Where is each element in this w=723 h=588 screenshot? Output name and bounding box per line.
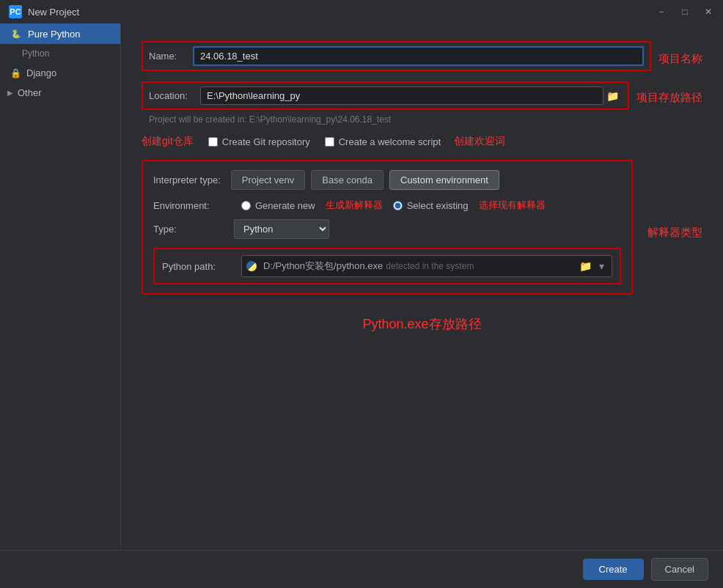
titlebar: PC New Project − □ ✕ [0, 0, 723, 23]
radio-group: Generate new 生成新解释器 Select existing 选择现有… [241, 199, 546, 212]
python-path-value: D:/Python安装包/python.exe detected in the … [263, 260, 572, 273]
location-field-wrapper: Location: 📁 [142, 81, 629, 110]
generate-new-radio[interactable] [241, 201, 251, 210]
welcome-annotation: 创建欢迎词 [454, 135, 505, 148]
interpreter-type-annotation: 解释器类型 [647, 226, 702, 240]
close-button[interactable]: ✕ [702, 7, 714, 17]
chevron-right-icon: ▶ [7, 89, 13, 97]
type-select[interactable]: Python [234, 219, 329, 239]
name-row-container: Name: 项目名称 [142, 41, 702, 77]
type-row: Type: Python [153, 219, 621, 239]
cancel-button[interactable]: Cancel [651, 558, 708, 581]
base-conda-button[interactable]: Base conda [311, 170, 383, 190]
create-welcome-checkbox[interactable] [325, 137, 334, 147]
maximize-button[interactable]: □ [679, 7, 691, 17]
python-path-input-wrap: D:/Python安装包/python.exe detected in the … [241, 255, 612, 277]
select-existing-radio[interactable] [393, 201, 403, 210]
sidebar: 🐍 Pure Python Python 🔒 Django ▶ Other [0, 23, 121, 550]
git-welcome-container: 创建git仓库 Create Git repository Create a w… [142, 135, 702, 148]
pyexe-annotation: Python.exe存放路径 [142, 315, 702, 333]
custom-environment-button[interactable]: Custom environment [389, 170, 499, 190]
create-git-label[interactable]: Create Git repository [208, 136, 310, 147]
create-button[interactable]: Create [583, 559, 644, 580]
environment-row: Environment: Generate new 生成新解释器 Select … [153, 199, 621, 212]
python-path-label: Python path: [162, 261, 235, 272]
type-label: Type: [153, 224, 227, 235]
location-input[interactable] [200, 87, 603, 105]
location-input-wrap [200, 87, 603, 105]
python-path-row: Python path: D:/Python安装包/python.exe det… [162, 255, 612, 277]
python-icon: 🐍 [10, 28, 22, 40]
sidebar-group-other[interactable]: ▶ Other [0, 83, 120, 103]
generate-new-radio-label[interactable]: Generate new [241, 200, 315, 211]
interpreter-section: Interpreter type: Project venv Base cond… [142, 160, 633, 295]
sidebar-label-django: Django [26, 67, 56, 78]
name-input[interactable] [193, 46, 644, 66]
select-annotation: 选择现有解释器 [479, 199, 546, 212]
titlebar-left: PC New Project [9, 5, 79, 18]
name-field-wrapper: Name: [142, 41, 651, 71]
main-area: 🐍 Pure Python Python 🔒 Django ▶ Other Na… [0, 23, 723, 550]
name-annotation: 项目名称 [658, 52, 702, 66]
window-title: New Project [28, 7, 79, 18]
sidebar-label-other: Other [18, 87, 42, 98]
python-path-dropdown-button[interactable]: ▾ [596, 259, 607, 273]
python-path-actions: 📁 ▾ [576, 259, 607, 273]
python-path-section: Python path: D:/Python安装包/python.exe det… [153, 248, 621, 284]
sidebar-label-pure-python: Pure Python [28, 29, 81, 40]
location-annotation: 项目存放路径 [636, 91, 702, 105]
select-existing-radio-label[interactable]: Select existing [393, 200, 469, 211]
sidebar-item-pure-python[interactable]: 🐍 Pure Python [0, 23, 120, 44]
lock-icon: 🔒 [10, 68, 21, 78]
python-logo-icon [246, 261, 257, 271]
project-info-text: Project will be created in: E:\Python\le… [142, 114, 702, 125]
location-label: Location: [149, 90, 200, 101]
app-icon: PC [9, 5, 22, 18]
interpreter-type-label: Interpreter type: [153, 174, 221, 185]
sidebar-label-python: Python [22, 48, 49, 59]
interpreter-container: Interpreter type: Project venv Base cond… [142, 160, 702, 305]
name-label: Name: [149, 51, 193, 62]
environment-label: Environment: [153, 200, 227, 211]
python-path-folder-button[interactable]: 📁 [576, 259, 595, 273]
detected-label: detected in the system [386, 261, 474, 271]
bottom-bar: Create Cancel [0, 550, 723, 588]
create-git-checkbox[interactable] [208, 137, 218, 147]
generate-annotation: 生成新解释器 [326, 199, 383, 212]
interpreter-type-row: Interpreter type: Project venv Base cond… [153, 170, 621, 190]
window-controls: − □ ✕ [656, 7, 714, 17]
location-row-container: Location: 📁 项目存放路径 [142, 81, 702, 114]
checkbox-row: Create Git repository Create a welcome s… [208, 136, 441, 147]
minimize-button[interactable]: − [656, 7, 667, 17]
sidebar-item-python[interactable]: Python [0, 44, 120, 63]
sidebar-item-django[interactable]: 🔒 Django [0, 63, 120, 83]
create-welcome-label[interactable]: Create a welcome script [325, 136, 441, 147]
project-venv-button[interactable]: Project venv [231, 170, 306, 190]
git-annotation: 创建git仓库 [142, 135, 194, 148]
content-panel: Name: 项目名称 Location: 📁 项目存放路径 Project wi… [121, 23, 723, 550]
location-folder-button[interactable]: 📁 [603, 89, 622, 103]
